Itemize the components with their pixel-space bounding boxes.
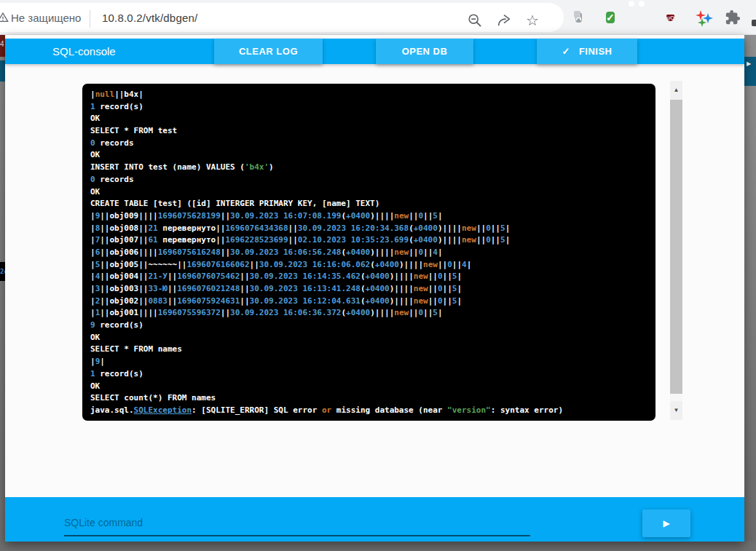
security-label[interactable]: Не защищено xyxy=(11,12,81,24)
scroll-down-arrow-icon[interactable]: ▼ xyxy=(670,401,682,420)
console-line: |9| xyxy=(90,357,655,369)
browser-toolbar: Не защищено 10.8.0.2/vtk/dbgen/ ☆ A ✓ uO xyxy=(0,0,756,35)
scroll-up-arrow-icon[interactable]: ▲ xyxy=(670,81,682,100)
open-db-button[interactable]: OPEN DB xyxy=(376,39,473,64)
console-line: |9||obj009||||1696075628199||30.09.2023 … xyxy=(90,211,655,223)
security-warning-icon[interactable] xyxy=(0,12,9,26)
share-icon[interactable] xyxy=(495,12,513,30)
background-window-bottom-strip xyxy=(0,542,756,551)
background-play-icon: ▶ xyxy=(747,60,751,67)
console-line: SELECT * FROM test xyxy=(90,126,655,138)
console-line: OK xyxy=(90,150,655,162)
console-line: |3||obj003||33-Ю||1696076021248||30.09.2… xyxy=(90,284,655,296)
checkmark-extension-icon[interactable]: ✓ xyxy=(606,9,615,25)
console-line: SELECT count(*) FROM names xyxy=(90,393,655,405)
console-line: |6||obj006||||1696075616248||30.09.2023 … xyxy=(90,247,655,260)
console-line: 0 records xyxy=(90,138,655,151)
console-line: |4||obj004||21-У||1696076075462||30.09.2… xyxy=(90,271,655,284)
console-line: 9 record(s) xyxy=(90,320,655,333)
address-bar[interactable]: Не защищено 10.8.0.2/vtk/dbgen/ ☆ xyxy=(0,3,564,32)
console-line: |null||b4x| xyxy=(90,90,655,102)
run-command-button[interactable]: ▶ xyxy=(642,510,690,537)
clear-log-button[interactable]: CLEAR LOG xyxy=(214,39,323,64)
console-line: OK xyxy=(90,381,655,394)
console-line: OK xyxy=(90,114,655,126)
browser-viewport: SQL-console CLEAR LOG OPEN DB ✓FINISH |n… xyxy=(5,35,744,542)
console-line: |8||obj008||21 перевернуто||169607643436… xyxy=(90,223,655,236)
command-bar: ▶ xyxy=(5,497,744,542)
page-title: SQL-console xyxy=(52,39,116,64)
console-line: INSERT INTO test (name) VALUES ('b4x') xyxy=(90,162,655,175)
console-line: |1||obj001||||1696075596372||30.09.2023 … xyxy=(90,308,655,320)
address-divider xyxy=(90,10,90,28)
stars-extension-icon[interactable] xyxy=(695,9,714,30)
console-line: 0 records xyxy=(90,175,655,187)
console-line: |2||obj002||0883||1696075924631||30.09.2… xyxy=(90,296,655,309)
zoom-out-icon[interactable] xyxy=(466,12,484,30)
console-line: |7||obj007||61 перевернуто||169622852369… xyxy=(90,235,655,247)
background-fragment-teal-right: ▶ xyxy=(744,57,756,86)
sqlite-command-input[interactable] xyxy=(64,510,530,536)
console-line: |5||obj005||~~~~~~||1696076166062||30.09… xyxy=(90,260,655,272)
background-fragment-red: 4 xyxy=(0,35,5,57)
check-icon: ✓ xyxy=(562,46,570,57)
finish-button[interactable]: ✓FINISH xyxy=(537,39,637,64)
app-toolbar: SQL-console CLEAR LOG OPEN DB ✓FINISH xyxy=(5,39,744,64)
bookmark-star-icon[interactable]: ☆ xyxy=(524,12,541,30)
browser-profile-partial[interactable] xyxy=(752,20,756,26)
play-icon: ▶ xyxy=(663,518,669,528)
console-line: SELECT * FROM names xyxy=(90,344,655,357)
translate-extension-icon[interactable]: A xyxy=(575,9,582,25)
console-line: 1 record(s) xyxy=(90,102,655,114)
finish-button-label: FINISH xyxy=(579,46,613,57)
console-line: java.sql.SQLException: [SQLITE_ERROR] SQ… xyxy=(90,405,655,418)
ublock-shield-icon[interactable]: uO xyxy=(666,9,674,26)
scrollbar-thumb[interactable] xyxy=(670,100,682,394)
background-window-right-strip xyxy=(744,35,756,551)
background-fragment-teal-left xyxy=(0,60,5,82)
puzzle-extensions-icon[interactable] xyxy=(725,9,741,28)
url-text[interactable]: 10.8.0.2/vtk/dbgen/ xyxy=(102,12,197,24)
console-line: OK xyxy=(90,187,655,199)
console-line: OK xyxy=(90,333,655,345)
console-line: CREATE TABLE [test] ([id] INTERGER PRIMA… xyxy=(90,199,655,211)
screen: 4 2e ▶ Не защищено 10.8.0.2/vtk/dbgen/ ☆… xyxy=(0,0,756,551)
background-window-left-strip xyxy=(0,35,5,551)
console-scrollbar[interactable]: ▲ ▼ xyxy=(670,81,682,420)
sql-log-console[interactable]: |null||b4x|1 record(s)OKSELECT * FROM te… xyxy=(82,84,655,421)
console-line: 1 record(s) xyxy=(90,369,655,381)
